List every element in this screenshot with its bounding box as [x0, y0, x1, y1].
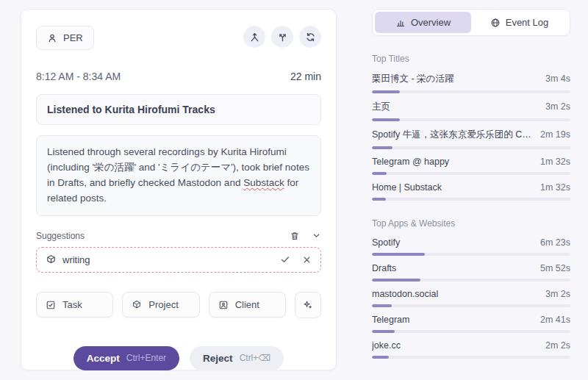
stat-duration: 1m 32s [540, 157, 570, 167]
suggestion-item[interactable]: writing [36, 247, 321, 273]
time-entry-card: PER [21, 9, 337, 370]
reject-button-label: Reject [203, 353, 233, 364]
check-icon [280, 254, 290, 265]
stat-row: joke.cc 2m 2s [372, 333, 570, 359]
duration: 22 min [290, 71, 321, 82]
stat-duration: 2m 2s [545, 340, 570, 351]
ai-suggest-button[interactable] [295, 292, 321, 318]
stat-label: Home | Substack [372, 182, 533, 193]
suggestion-text: writing [62, 254, 90, 265]
collapse-suggestions-button[interactable] [312, 231, 321, 240]
stat-label: mastodon.social [372, 289, 538, 299]
reject-shortcut: Ctrl+⌫ [240, 353, 271, 363]
stat-row: Spotify 6m 23s [372, 230, 570, 256]
top-apps-heading: Top Apps & Websites [372, 218, 570, 229]
split-button[interactable] [271, 26, 293, 48]
top-apps-list: Spotify 6m 23s Drafts 5m 52s [372, 230, 570, 359]
stat-bar-fill [372, 356, 389, 359]
stat-row: 主页 3m 2s [372, 93, 570, 121]
suggestions-label: Suggestions [36, 231, 85, 241]
stat-row: Telegram @ happy 1m 32s [372, 149, 570, 175]
stat-bar-track [372, 198, 570, 201]
person-icon [47, 33, 57, 43]
stat-label: Telegram @ happy [372, 157, 533, 167]
accept-button[interactable]: Accept Ctrl+Enter [74, 346, 179, 370]
stat-label: Telegram [372, 315, 533, 325]
category-chip-label: PER [63, 32, 83, 43]
stat-label: 栗田博文 - 栄の活躍 [372, 73, 538, 85]
delete-suggestions-button[interactable] [290, 231, 300, 241]
tab-event-log-label: Event Log [506, 17, 549, 28]
stat-duration: 5m 52s [540, 263, 570, 273]
cube-icon [46, 254, 57, 265]
stat-row: mastodon.social 3m 2s [372, 282, 570, 307]
stat-duration: 2m 41s [540, 315, 570, 325]
project-button-label: Project [148, 299, 178, 310]
accept-suggestion-button[interactable] [280, 254, 290, 265]
title-input[interactable]: Listened to Kurita Hirofumi Tracks [36, 94, 321, 125]
stat-duration: 1m 32s [540, 182, 570, 193]
stat-duration: 3m 2s [545, 101, 570, 112]
client-button-label: Client [235, 299, 259, 310]
stat-duration: 3m 2s [545, 289, 570, 299]
globe-icon [490, 18, 501, 28]
project-button[interactable]: Project [122, 292, 199, 318]
stat-label: Spotify [372, 237, 533, 248]
x-icon [302, 255, 312, 265]
tab-overview[interactable]: Overview [375, 12, 471, 33]
stat-duration: 6m 23s [540, 237, 570, 248]
split-icon [277, 32, 288, 43]
task-button[interactable]: Task [36, 292, 113, 318]
accept-button-label: Accept [87, 353, 120, 364]
stat-row: Drafts 5m 52s [372, 256, 570, 282]
top-titles-heading: Top Titles [372, 54, 570, 64]
stat-duration: 3m 4s [545, 74, 570, 84]
client-icon [218, 300, 229, 310]
bar-chart-icon [395, 18, 406, 28]
stat-label: 主页 [372, 101, 538, 113]
panel-tabbar: Overview Event Log [372, 9, 570, 36]
app-window: PER [0, 0, 588, 380]
stat-label: Spotify 牛逼，这张东京爱乐乐团的 CD，演奏得真好 [372, 129, 533, 141]
trash-icon [290, 231, 300, 241]
stat-bar-track [372, 356, 570, 359]
stat-bar-fill [372, 198, 386, 201]
merge-button[interactable] [243, 26, 265, 48]
stat-label: Drafts [372, 263, 533, 273]
dismiss-suggestion-button[interactable] [302, 255, 312, 265]
stat-label: joke.cc [372, 340, 538, 351]
category-chip[interactable]: PER [36, 26, 94, 50]
task-button-label: Task [62, 299, 82, 310]
sparkles-icon [302, 299, 313, 310]
accept-shortcut: Ctrl+Enter [126, 353, 166, 363]
tab-event-log[interactable]: Event Log [471, 12, 567, 33]
time-range: 8:12 AM - 8:34 AM [36, 71, 121, 82]
refresh-icon [305, 32, 316, 43]
task-icon [46, 300, 56, 310]
stat-duration: 2m 19s [540, 129, 570, 140]
chevron-down-icon [312, 231, 321, 240]
description-textarea[interactable]: Listened through several recordings by K… [36, 135, 321, 216]
refresh-button[interactable] [299, 26, 321, 48]
description-misspelled-word: Substack [243, 177, 284, 188]
reject-button[interactable]: Reject Ctrl+⌫ [190, 346, 284, 370]
top-titles-list: 栗田博文 - 栄の活躍 3m 4s 主页 3m 2s [372, 65, 570, 201]
client-button[interactable]: Client [209, 292, 286, 318]
stat-row: Telegram 2m 41s [372, 307, 570, 333]
stats-panel: Overview Event Log Top Titles 栗田博 [372, 9, 570, 359]
cube-icon [132, 300, 142, 310]
stat-row: Spotify 牛逼，这张东京爱乐乐团的 CD，演奏得真好 2m 19s [372, 121, 570, 149]
tab-overview-label: Overview [411, 17, 451, 28]
stat-row: 栗田博文 - 栄の活躍 3m 4s [372, 65, 570, 93]
merge-icon [249, 32, 260, 43]
stat-row: Home | Substack 1m 32s [372, 175, 570, 201]
